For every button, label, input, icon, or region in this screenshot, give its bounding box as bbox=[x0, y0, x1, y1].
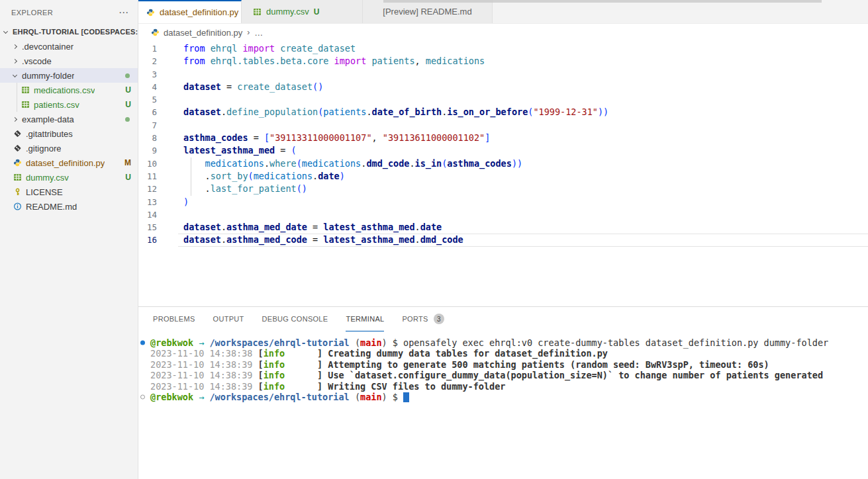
terminal-text bbox=[285, 370, 317, 380]
csv-icon bbox=[21, 101, 30, 109]
tab-preview-readme-md[interactable]: [Preview] README.md bbox=[363, 0, 493, 23]
git-status-badge: U bbox=[125, 173, 131, 182]
breadcrumb-more[interactable]: … bbox=[254, 28, 263, 38]
code-token: medications bbox=[426, 56, 485, 66]
terminal-text bbox=[285, 381, 317, 392]
terminal-text: → bbox=[193, 337, 209, 348]
panel-tab-terminal[interactable]: TERMINAL bbox=[346, 307, 384, 331]
terminal-text: ) bbox=[382, 392, 387, 402]
code-token: dmd_code bbox=[366, 158, 409, 169]
line-number: 3 bbox=[138, 68, 157, 81]
code-token: = bbox=[248, 132, 264, 143]
chevron-down-icon bbox=[13, 72, 17, 77]
code-line[interactable]: 16dataset.asthma_med_code = latest_asthm… bbox=[138, 234, 868, 246]
code-token: . bbox=[264, 158, 269, 169]
tree-item-patients-csv[interactable]: patients.csvU bbox=[0, 97, 138, 112]
tree-item-dummy-csv[interactable]: dummy.csvU bbox=[0, 170, 138, 185]
line-number: 4 bbox=[138, 81, 157, 93]
code-token: date bbox=[420, 222, 442, 232]
code-editor[interactable]: 1from ehrql import create_dataset2from e… bbox=[138, 41, 868, 306]
tree-item-medications-csv[interactable]: medications.csvU bbox=[0, 83, 138, 97]
code-line[interactable]: 2from ehrql.tables.beta.core import pati… bbox=[138, 55, 868, 67]
tab-dummy-csv[interactable]: dummy.csvU bbox=[242, 0, 363, 23]
code-token: from bbox=[183, 56, 211, 66]
code-line[interactable]: 12 .last_for_patient() bbox=[138, 183, 868, 195]
line-number: 8 bbox=[138, 132, 157, 144]
code-token: patients bbox=[323, 107, 366, 117]
terminal-text: 2023-11-10 14:38:39 bbox=[150, 381, 258, 392]
code-token: medications bbox=[254, 171, 313, 181]
code-token: where bbox=[269, 158, 297, 169]
code-token: , bbox=[372, 132, 383, 143]
code-token: medications bbox=[205, 158, 264, 169]
tree-item-dataset-definition-py[interactable]: dataset_definition.pyM bbox=[0, 155, 138, 170]
tree-item-license[interactable]: LICENSE bbox=[0, 185, 138, 199]
code-text: dataset.asthma_med_date = latest_asthma_… bbox=[183, 221, 442, 234]
tab-dataset-definition-py[interactable]: dataset_definition.pyM× bbox=[138, 0, 242, 23]
breadcrumb-separator-icon: › bbox=[247, 28, 250, 37]
panel-tab-ports[interactable]: PORTS3 bbox=[402, 307, 444, 331]
tabbar-scrollbar[interactable] bbox=[383, 0, 822, 3]
tree-item-label: dataset_definition.py bbox=[26, 158, 105, 168]
code-token: = bbox=[307, 222, 323, 232]
tree-item-label: dummy.csv bbox=[26, 173, 69, 183]
code-token: sort_by bbox=[211, 171, 248, 181]
code-line[interactable]: 1from ehrql import create_dataset bbox=[138, 42, 868, 55]
line-number: 14 bbox=[138, 208, 157, 221]
code-line[interactable]: 10 medications.where(medications.dmd_cod… bbox=[138, 157, 868, 170]
code-token: "39113611000001102" bbox=[383, 132, 485, 143]
code-line[interactable]: 7 bbox=[138, 119, 868, 132]
code-token: . bbox=[313, 171, 318, 181]
terminal-text: Attempting to generate 500 matching pati… bbox=[322, 359, 769, 370]
tree-item-dummy-folder[interactable]: dummy-folder bbox=[0, 68, 138, 83]
git-icon bbox=[13, 130, 22, 138]
code-token: import bbox=[242, 43, 280, 54]
tree-item-gitignore[interactable]: .gitignore bbox=[0, 141, 138, 155]
code-line[interactable]: 14 bbox=[138, 208, 868, 221]
code-line[interactable]: 4dataset = create_dataset() bbox=[138, 81, 868, 93]
csv-icon bbox=[13, 173, 22, 181]
breadcrumb-file[interactable]: dataset_definition.py bbox=[164, 28, 242, 38]
panel-tab-debug-console[interactable]: DEBUG CONSOLE bbox=[262, 307, 328, 331]
code-token: )) bbox=[512, 158, 522, 169]
command-decoration-icon[interactable] bbox=[140, 395, 145, 400]
line-number: 12 bbox=[138, 183, 157, 195]
line-number: 9 bbox=[138, 144, 157, 157]
terminal[interactable]: @rebkwok → /workspaces/ehrql-tutorial (m… bbox=[138, 331, 868, 402]
tree-item-gitattributes[interactable]: .gitattributes bbox=[0, 126, 138, 141]
code-line[interactable]: 9latest_asthma_med = ( bbox=[138, 144, 868, 157]
tree-item-example-data[interactable]: example-data bbox=[0, 112, 138, 126]
python-icon bbox=[146, 9, 155, 17]
code-line[interactable]: 5 bbox=[138, 93, 868, 106]
readme-icon bbox=[13, 202, 22, 210]
panel-tab-problems[interactable]: PROBLEMS bbox=[153, 307, 195, 331]
tree-item-devcontainer[interactable]: .devcontainer bbox=[0, 39, 138, 54]
more-actions-icon[interactable]: ⋯ bbox=[119, 9, 128, 16]
changes-dot-icon bbox=[125, 73, 130, 78]
tree-item-vscode[interactable]: .vscode bbox=[0, 54, 138, 68]
code-line[interactable]: 8asthma_codes = ["39113311000001107", "3… bbox=[138, 132, 868, 144]
code-token: . bbox=[415, 234, 420, 245]
code-line[interactable]: 15dataset.asthma_med_date = latest_asthm… bbox=[138, 221, 868, 234]
code-text: asthma_codes = ["39113311000001107", "39… bbox=[183, 132, 490, 144]
code-token: create_dataset bbox=[280, 43, 356, 54]
terminal-text: ] bbox=[317, 348, 322, 359]
code-line[interactable]: 13) bbox=[138, 196, 868, 208]
tab-label: dataset_definition.py bbox=[160, 7, 238, 17]
tree-item-readme-md[interactable]: README.md bbox=[0, 199, 138, 214]
command-decoration-icon[interactable] bbox=[140, 341, 145, 345]
terminal-text: 2023-11-10 14:38:39 bbox=[150, 370, 258, 380]
code-line[interactable]: 6dataset.define_population(patients.date… bbox=[138, 106, 868, 118]
git-icon bbox=[13, 144, 22, 152]
code-token: latest_asthma_med bbox=[323, 234, 414, 245]
terminal-text: @rebkwok bbox=[150, 392, 193, 402]
code-text: .sort_by(medications.date) bbox=[183, 170, 345, 183]
code-token: ] bbox=[485, 132, 490, 143]
tree-item-ehrql-tutorial-codespaces[interactable]: EHRQL-TUTORIAL [CODESPACES:... bbox=[0, 24, 138, 39]
python-icon bbox=[151, 28, 160, 36]
code-token: latest_asthma_med bbox=[323, 222, 414, 232]
terminal-text: main bbox=[360, 392, 382, 402]
code-line[interactable]: 3 bbox=[138, 68, 868, 81]
code-line[interactable]: 11 .sort_by(medications.date) bbox=[138, 170, 868, 183]
panel-tab-output[interactable]: OUTPUT bbox=[213, 307, 244, 331]
